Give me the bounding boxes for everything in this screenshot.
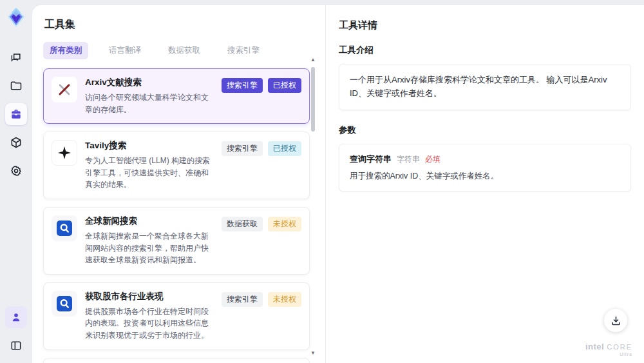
core-wordmark: CORE — [607, 344, 632, 351]
tool-card-most-active-stocks[interactable]: 获取市场最活跃股票信息 提供当天交易量最高的股票列表，投资者可以利用这些信息来识… — [43, 358, 310, 363]
arxiv-logo-icon — [52, 77, 77, 103]
panel-toggle-icon[interactable] — [5, 335, 27, 357]
intel-core-logo: intel CORE Ultra — [585, 342, 632, 357]
toolbox-icon-active[interactable] — [5, 103, 27, 125]
category-badge: 搜索引擎 — [222, 78, 263, 93]
scroll-up-arrow[interactable]: ▲ — [310, 57, 316, 63]
intro-heading: 工具介绍 — [339, 44, 631, 56]
tab-data-fetch[interactable]: 数据获取 — [162, 42, 207, 59]
intro-box: 一个用于从Arxiv存储库搜索科学论文和文章的工具。 输入可以是Arxiv ID… — [339, 64, 631, 110]
tools-column: 工具集 所有类别 语言翻译 数据获取 搜索引擎 Arxiv文献搜索 访问各个研究… — [32, 5, 325, 363]
tool-card-sector-performance[interactable]: 获取股市各行业表现 提供股票市场各个行业在特定时间段内的表现。投资者可以利用这些… — [43, 282, 310, 350]
auth-badge: 未授权 — [268, 217, 301, 231]
tavily-sparkle-icon — [52, 140, 77, 166]
main-panel: 工具集 所有类别 语言翻译 数据获取 搜索引擎 Arxiv文献搜索 访问各个研究… — [32, 5, 644, 363]
scrollbar-thumb[interactable] — [311, 67, 315, 132]
category-tabs: 所有类别 语言翻译 数据获取 搜索引擎 — [43, 42, 310, 59]
tool-title: Arxiv文献搜索 — [85, 77, 214, 88]
chat-icon[interactable] — [5, 46, 27, 68]
tool-title: 获取股市各行业表现 — [85, 291, 214, 302]
settings-gear-icon[interactable] — [5, 160, 27, 182]
app-logo — [5, 6, 27, 28]
auth-badge: 已授权 — [268, 141, 301, 156]
cube-icon[interactable] — [5, 132, 27, 153]
auth-badge: 未授权 — [268, 292, 301, 307]
list-scrollbar[interactable]: ▲ ▼ — [310, 57, 316, 357]
params-heading: 参数 — [339, 124, 631, 136]
param-type: 字符串 — [397, 154, 420, 165]
download-button[interactable] — [604, 309, 627, 332]
tool-card-tavily[interactable]: Tavily搜索 专为人工智能代理 (LLM) 构建的搜索引擎工具，可快速提供实… — [43, 132, 310, 199]
user-icon[interactable] — [5, 306, 27, 328]
scroll-down-arrow[interactable]: ▼ — [310, 350, 316, 357]
blue-search-icon — [52, 291, 77, 317]
folder-icon[interactable] — [5, 75, 27, 97]
category-badge: 搜索引擎 — [222, 292, 263, 307]
page-title: 工具集 — [44, 18, 310, 32]
category-badge: 数据获取 — [222, 217, 263, 231]
left-rail — [0, 0, 32, 363]
intel-wordmark: intel — [585, 342, 604, 351]
tool-card-global-news[interactable]: 全球新闻搜索 全球新闻搜索是一个聚合全球各大新闻网站内容的搜索引擎，帮助用户快速… — [43, 207, 310, 275]
auth-badge: 已授权 — [268, 78, 301, 93]
tool-detail-panel: 工具详情 工具介绍 一个用于从Arxiv存储库搜索科学论文和文章的工具。 输入可… — [325, 5, 644, 363]
detail-title: 工具详情 — [339, 19, 631, 32]
tool-title: Tavily搜索 — [85, 140, 214, 152]
core-sub-label: Ultra — [585, 352, 632, 357]
blue-search-icon — [52, 215, 77, 241]
tool-list: Arxiv文献搜索 访问各个研究领域大量科学论文和文章的存储库。 搜索引擎 已授… — [43, 68, 310, 363]
intro-text: 一个用于从Arxiv存储库搜索科学论文和文章的工具。 输入可以是Arxiv ID… — [350, 74, 620, 101]
param-name: 查询字符串 — [350, 153, 392, 165]
tool-desc: 访问各个研究领域大量科学论文和文章的存储库。 — [85, 92, 214, 115]
tool-card-arxiv[interactable]: Arxiv文献搜索 访问各个研究领域大量科学论文和文章的存储库。 搜索引擎 已授… — [43, 68, 310, 124]
tab-language-translation[interactable]: 语言翻译 — [102, 42, 147, 59]
tab-search-engine[interactable]: 搜索引擎 — [221, 42, 266, 59]
param-required-badge: 必填 — [425, 154, 440, 165]
tab-all-categories[interactable]: 所有类别 — [43, 42, 88, 59]
category-badge: 搜索引擎 — [222, 141, 263, 156]
tool-title: 全球新闻搜索 — [85, 215, 214, 227]
tool-desc: 全球新闻搜索是一个聚合全球各大新闻网站内容的搜索引擎，帮助用户快速获取全球最新资… — [85, 230, 214, 266]
tool-desc: 专为人工智能代理 (LLM) 构建的搜索引擎工具，可快速提供实时、准确和真实的结… — [85, 155, 214, 191]
param-box: 查询字符串 字符串 必填 用于搜索的Arxiv ID、关键字或作者姓名。 — [339, 144, 631, 191]
param-desc: 用于搜索的Arxiv ID、关键字或作者姓名。 — [350, 171, 620, 182]
tool-desc: 提供股票市场各个行业在特定时间段内的表现。投资者可以利用这些信息来识别表现优于或… — [85, 306, 214, 342]
